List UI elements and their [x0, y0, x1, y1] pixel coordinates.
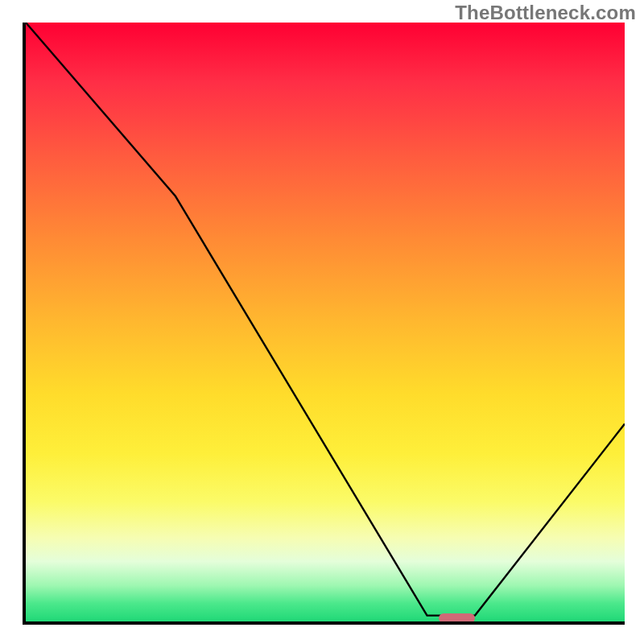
- watermark-text: TheBottleneck.com: [455, 2, 636, 24]
- optimal-range-marker: [439, 613, 475, 623]
- bottleneck-curve: [26, 23, 625, 621]
- curve-path: [26, 23, 625, 616]
- plot-area: [23, 23, 625, 625]
- bottleneck-chart: TheBottleneck.com: [0, 0, 644, 644]
